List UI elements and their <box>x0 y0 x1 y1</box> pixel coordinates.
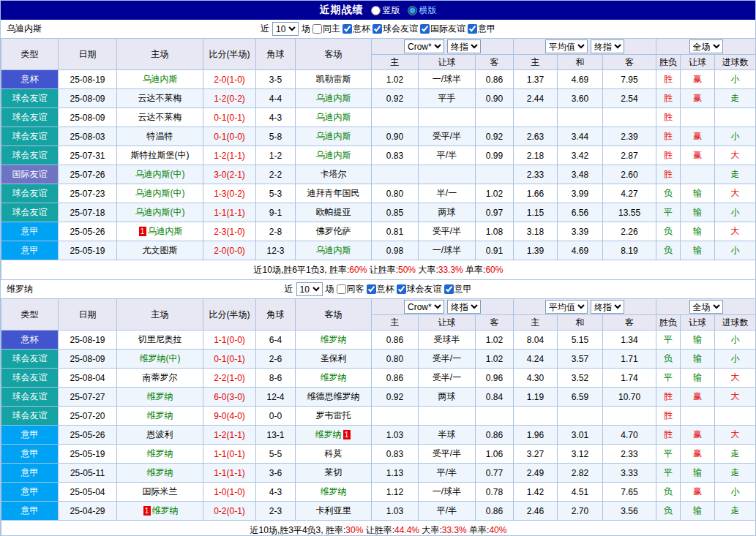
corner-cell: 9-1 <box>256 203 296 222</box>
summary-segment: 让胜率: <box>363 525 394 535</box>
match-row: 国际友谊25-07-26乌迪内斯(中)3-0(2-1)2-2卡塔尔2.333.4… <box>1 165 756 184</box>
handicap-line: 受半/一 <box>419 369 476 388</box>
subcol-header: 让球 <box>419 315 476 331</box>
corner-cell: 3-5 <box>256 70 296 89</box>
result-goals: 走 <box>715 464 756 483</box>
handicap-away-odds: 0.91 <box>476 241 514 260</box>
result-goals <box>715 108 756 127</box>
match-row: 意杯25-08-19切里尼奥拉1-1(0-0)6-4维罗纳0.86受球半1.02… <box>1 331 756 350</box>
result-outcome: 负 <box>656 241 681 260</box>
filter-checkbox-1[interactable]: 意杯 <box>367 283 394 295</box>
filter-checkbox-3[interactable]: 国际友谊 <box>420 23 465 35</box>
filter-checkbox-input[interactable] <box>343 24 352 34</box>
avg-home-odds: 1.96 <box>514 426 558 445</box>
handicap-home-odds: 0.86 <box>372 331 419 350</box>
header-bar: 近期战绩 竖版 横版 <box>1 1 755 20</box>
handicap-home-odds: 0.85 <box>372 203 419 222</box>
filter-checkbox-2[interactable]: 球会友谊 <box>397 283 442 295</box>
horizontal-radio[interactable] <box>408 6 417 15</box>
result-handicap: 赢 <box>681 89 715 108</box>
avg-draw-odds: 3.60 <box>558 89 603 108</box>
result-scope-select[interactable]: 全场 <box>689 300 723 314</box>
subcol-header: 主 <box>372 315 419 331</box>
result-handicap <box>681 108 715 127</box>
filter-checkbox-input[interactable] <box>397 284 406 294</box>
match-row: 意甲25-05-26恩波利1-2(1-1)13-1维罗纳11.03半球0.861… <box>1 426 756 445</box>
corner-cell: 12-4 <box>256 388 296 407</box>
filter-checkbox-input[interactable] <box>444 284 454 294</box>
result-outcome: 胜 <box>656 165 681 184</box>
team-name-text: 乌迪内斯 <box>316 245 351 255</box>
match-row: 球会友谊25-08-04南蒂罗尔2-2(1-0)8-6维罗纳0.86受半/一0.… <box>1 369 756 388</box>
score-cell: 0-1(0-1) <box>203 108 256 127</box>
odds-source-select[interactable]: Crow* <box>404 39 444 53</box>
avg-away-odds: 8.19 <box>603 241 656 260</box>
filter-checkbox-input[interactable] <box>312 24 322 34</box>
match-type-badge: 国际友谊 <box>1 165 59 184</box>
home-team: 维罗纳 <box>117 407 203 426</box>
near-label: 近 <box>261 23 269 35</box>
odds-time-select[interactable]: 终指 <box>447 39 481 53</box>
filter-checkbox-0[interactable]: 同客 <box>337 283 364 295</box>
handicap-home-odds: 1.03 <box>372 426 419 445</box>
result-outcome: 平 <box>656 331 681 350</box>
team-name: 乌迪内斯 <box>7 23 42 35</box>
result-goals: 走 <box>715 445 756 464</box>
match-row: 球会友谊25-07-18乌迪内斯(中)1-1(1-1)9-1欧帕提亚0.85两球… <box>1 203 756 222</box>
filter-checkbox-label: 意杯 <box>377 283 394 295</box>
away-team: 莱切 <box>296 464 372 483</box>
match-type-badge: 球会友谊 <box>1 89 59 108</box>
handicap-home-odds: 1.02 <box>372 70 419 89</box>
view-option-vertical[interactable]: 竖版 <box>371 4 400 17</box>
vertical-radio[interactable] <box>371 6 381 15</box>
avg-time-select[interactable]: 终指 <box>591 39 624 53</box>
home-team: 特温特 <box>117 127 203 146</box>
matches-count-select[interactable]: 10 <box>272 22 299 36</box>
table-header: 类型日期主场比分(半场)角球客场Crow*终指平均值终指全场主让球客主和客胜负让… <box>1 39 756 70</box>
result-goals: 大 <box>715 184 756 203</box>
avg-time-select[interactable]: 终指 <box>591 300 624 314</box>
filter-checkbox-input[interactable] <box>468 24 477 34</box>
filter-checkbox-input[interactable] <box>337 284 346 294</box>
subcol-header: 主 <box>372 55 419 70</box>
header-row-groups: 类型日期主场比分(半场)角球客场Crow*终指平均值终指全场 <box>1 39 756 55</box>
away-team: 佛罗伦萨 <box>296 222 372 241</box>
handicap-line: 平/半 <box>419 502 476 521</box>
away-team: 卡利亚里 <box>296 502 372 521</box>
handicap-away-odds: 0.84 <box>476 388 514 407</box>
filter-checkbox-1[interactable]: 意杯 <box>343 23 370 35</box>
odds-time-select[interactable]: 终指 <box>447 300 481 314</box>
filter-checkbox-input[interactable] <box>367 284 376 294</box>
match-type-badge: 意甲 <box>1 426 59 445</box>
score-cell: 2-2(1-0) <box>203 369 256 388</box>
summary-segment: 大率: <box>416 265 438 275</box>
team-name-text: 切里尼奥拉 <box>138 334 182 344</box>
match-row: 意杯25-08-19乌迪内斯2-0(1-0)3-5凯勒雷斯1.02一/球半0.8… <box>1 70 756 89</box>
avg-away-odds <box>603 407 656 426</box>
summary-segment: 近10场,胜6平1负3, 胜率: <box>254 265 350 275</box>
avg-home-odds: 2.18 <box>514 146 558 165</box>
avg-source-select[interactable]: 平均值 <box>545 39 588 53</box>
filter-checkbox-4[interactable]: 意甲 <box>468 23 495 35</box>
filter-checkbox-input[interactable] <box>373 24 382 34</box>
match-type-badge: 球会友谊 <box>1 146 59 165</box>
match-type-badge: 球会友谊 <box>1 108 59 127</box>
score-cell: 2-3(1-0) <box>203 222 256 241</box>
filter-checkbox-0[interactable]: 同主 <box>312 23 340 35</box>
filter-checkbox-3[interactable]: 意甲 <box>444 283 472 295</box>
filter-checkbox-2[interactable]: 球会友谊 <box>373 23 418 35</box>
filter-checkbox-label: 球会友谊 <box>407 283 442 295</box>
match-date: 25-05-19 <box>59 241 117 260</box>
score-cell: 2-0(0-0) <box>203 241 256 260</box>
handicap-line: 半球 <box>419 426 476 445</box>
filter-checkbox-input[interactable] <box>420 24 430 34</box>
result-scope-select[interactable]: 全场 <box>689 39 723 53</box>
result-outcome: 胜 <box>656 388 681 407</box>
view-option-horizontal[interactable]: 横版 <box>408 4 437 17</box>
home-team: 乌迪内斯(中) <box>117 165 203 184</box>
matches-count-select[interactable]: 10 <box>296 282 323 296</box>
handicap-home-odds: 0.80 <box>372 184 419 203</box>
avg-source-select[interactable]: 平均值 <box>545 300 588 314</box>
handicap-line: 受平/半 <box>419 222 476 241</box>
odds-source-select[interactable]: Crow* <box>404 300 444 314</box>
